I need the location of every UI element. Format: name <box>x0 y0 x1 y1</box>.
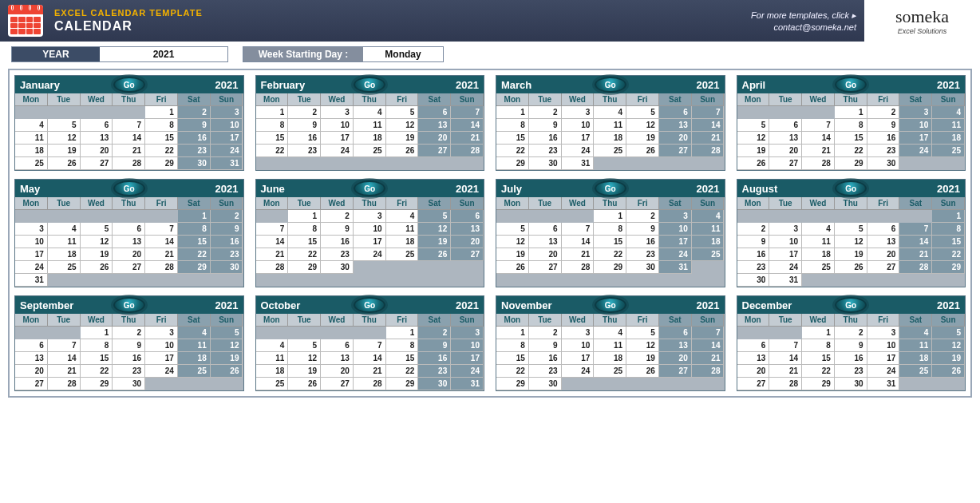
day-cell[interactable]: 24 <box>899 145 932 157</box>
day-cell[interactable]: 6 <box>867 223 900 236</box>
day-cell[interactable]: 4 <box>386 210 419 223</box>
day-cell[interactable]: 24 <box>562 145 595 157</box>
day-cell[interactable]: 3 <box>354 210 386 223</box>
day-cell[interactable]: 27 <box>321 378 354 390</box>
day-cell[interactable]: 22 <box>496 145 529 157</box>
day-cell[interactable]: 24 <box>321 145 354 157</box>
day-cell[interactable]: 4 <box>692 210 725 223</box>
day-cell[interactable]: 27 <box>529 261 562 274</box>
day-cell[interactable]: 11 <box>932 119 965 132</box>
day-cell[interactable]: 14 <box>113 132 145 145</box>
day-cell[interactable]: 6 <box>321 339 354 352</box>
day-cell[interactable]: 14 <box>256 236 289 248</box>
day-cell[interactable]: 22 <box>932 248 965 261</box>
day-cell[interactable]: 10 <box>899 119 932 132</box>
day-cell[interactable]: 16 <box>529 132 562 145</box>
day-cell[interactable]: 23 <box>737 261 770 274</box>
day-cell[interactable]: 4 <box>932 106 965 119</box>
day-cell[interactable]: 15 <box>932 236 965 248</box>
day-cell[interactable]: 10 <box>867 339 900 352</box>
day-cell[interactable]: 14 <box>562 236 595 248</box>
day-cell[interactable]: 25 <box>692 248 725 261</box>
day-cell[interactable]: 24 <box>769 261 802 274</box>
day-cell[interactable]: 25 <box>178 365 211 378</box>
day-cell[interactable]: 14 <box>692 119 725 132</box>
day-cell[interactable]: 5 <box>737 119 770 132</box>
day-cell[interactable]: 18 <box>48 248 81 261</box>
day-cell[interactable]: 6 <box>737 339 770 352</box>
day-cell[interactable]: 5 <box>496 223 529 236</box>
day-cell[interactable]: 29 <box>145 157 178 170</box>
day-cell[interactable]: 30 <box>418 378 451 390</box>
day-cell[interactable]: 14 <box>48 352 81 365</box>
day-cell[interactable]: 10 <box>769 236 802 248</box>
day-cell[interactable]: 21 <box>48 365 81 378</box>
day-cell[interactable]: 18 <box>802 248 835 261</box>
day-cell[interactable]: 18 <box>354 132 386 145</box>
day-cell[interactable]: 30 <box>321 261 354 274</box>
day-cell[interactable]: 15 <box>288 236 321 248</box>
day-cell[interactable]: 19 <box>288 365 321 378</box>
day-cell[interactable]: 2 <box>529 106 562 119</box>
day-cell[interactable]: 22 <box>386 365 419 378</box>
go-button[interactable]: Go <box>354 77 385 93</box>
day-cell[interactable]: 23 <box>626 248 659 261</box>
day-cell[interactable]: 28 <box>48 378 81 390</box>
day-cell[interactable]: 31 <box>211 157 243 170</box>
day-cell[interactable]: 18 <box>899 352 932 365</box>
day-cell[interactable]: 20 <box>81 145 113 157</box>
day-cell[interactable]: 5 <box>48 119 81 132</box>
day-cell[interactable]: 11 <box>899 339 932 352</box>
day-cell[interactable]: 17 <box>867 352 900 365</box>
day-cell[interactable]: 7 <box>451 106 484 119</box>
day-cell[interactable]: 2 <box>321 210 354 223</box>
day-cell[interactable]: 21 <box>899 248 932 261</box>
day-cell[interactable]: 25 <box>802 261 835 274</box>
day-cell[interactable]: 4 <box>48 223 81 236</box>
day-cell[interactable]: 13 <box>737 352 770 365</box>
day-cell[interactable]: 25 <box>594 365 626 378</box>
day-cell[interactable]: 3 <box>659 210 692 223</box>
day-cell[interactable]: 5 <box>418 210 451 223</box>
day-cell[interactable]: 26 <box>386 145 419 157</box>
day-cell[interactable]: 16 <box>626 236 659 248</box>
day-cell[interactable]: 14 <box>145 236 178 248</box>
day-cell[interactable]: 20 <box>737 365 770 378</box>
day-cell[interactable]: 30 <box>529 378 562 390</box>
day-cell[interactable]: 8 <box>496 119 529 132</box>
day-cell[interactable]: 20 <box>867 248 900 261</box>
day-cell[interactable]: 29 <box>594 261 626 274</box>
day-cell[interactable]: 12 <box>288 352 321 365</box>
day-cell[interactable]: 17 <box>562 132 595 145</box>
day-cell[interactable]: 15 <box>835 132 867 145</box>
day-cell[interactable]: 16 <box>418 352 451 365</box>
day-cell[interactable]: 12 <box>386 119 419 132</box>
day-cell[interactable]: 7 <box>113 119 145 132</box>
day-cell[interactable]: 3 <box>562 327 595 339</box>
day-cell[interactable]: 14 <box>802 132 835 145</box>
day-cell[interactable]: 1 <box>81 327 113 339</box>
day-cell[interactable]: 22 <box>288 248 321 261</box>
day-cell[interactable]: 15 <box>496 352 529 365</box>
day-cell[interactable]: 11 <box>802 236 835 248</box>
day-cell[interactable]: 31 <box>451 378 484 390</box>
day-cell[interactable]: 8 <box>802 339 835 352</box>
day-cell[interactable]: 13 <box>769 132 802 145</box>
go-button[interactable]: Go <box>354 297 385 313</box>
day-cell[interactable]: 3 <box>867 327 900 339</box>
go-button[interactable]: Go <box>835 77 867 93</box>
day-cell[interactable]: 14 <box>354 352 386 365</box>
day-cell[interactable]: 22 <box>178 248 211 261</box>
day-cell[interactable]: 7 <box>802 119 835 132</box>
day-cell[interactable]: 7 <box>769 339 802 352</box>
day-cell[interactable]: 7 <box>48 339 81 352</box>
day-cell[interactable]: 23 <box>529 365 562 378</box>
day-cell[interactable]: 11 <box>594 339 626 352</box>
day-cell[interactable]: 13 <box>867 236 900 248</box>
day-cell[interactable]: 3 <box>321 106 354 119</box>
day-cell[interactable]: 28 <box>562 261 595 274</box>
day-cell[interactable]: 30 <box>211 261 243 274</box>
day-cell[interactable]: 6 <box>529 223 562 236</box>
day-cell[interactable]: 25 <box>48 261 81 274</box>
day-cell[interactable]: 10 <box>15 236 48 248</box>
